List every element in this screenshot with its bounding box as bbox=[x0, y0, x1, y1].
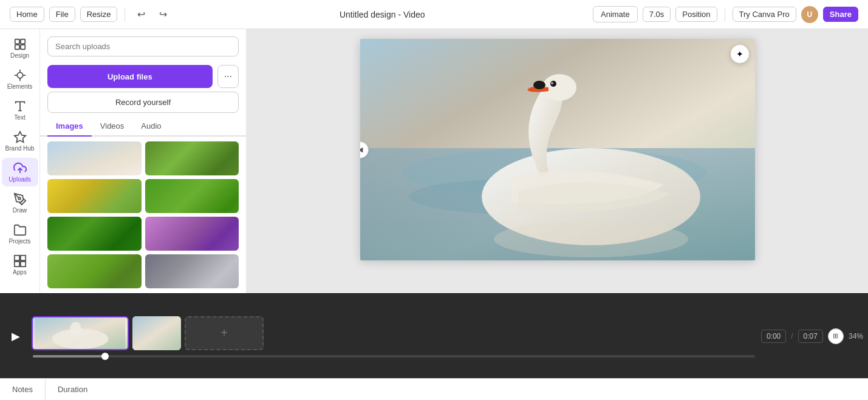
clip-small-svg bbox=[132, 316, 181, 350]
play-button[interactable]: ▶ bbox=[5, 325, 27, 347]
list-item[interactable] bbox=[145, 217, 239, 251]
avatar[interactable]: U bbox=[801, 6, 818, 23]
redo-button[interactable]: ↪ bbox=[154, 6, 171, 23]
svg-rect-1 bbox=[20, 39, 24, 44]
try-pro-button[interactable]: Try Canva Pro bbox=[733, 7, 796, 22]
tab-images[interactable]: Images bbox=[47, 117, 92, 137]
duration-tab[interactable]: Duration bbox=[46, 379, 100, 400]
sidebar-item-brand-hub[interactable]: Brand Hub bbox=[2, 127, 38, 155]
list-item[interactable] bbox=[145, 254, 239, 288]
uploads-icon bbox=[13, 161, 27, 175]
list-item[interactable] bbox=[47, 179, 142, 213]
text-icon bbox=[13, 100, 27, 113]
design-icon bbox=[13, 38, 27, 51]
search-input[interactable] bbox=[47, 36, 239, 56]
list-item[interactable] bbox=[145, 179, 239, 213]
canva-assistant-button[interactable]: ✦ bbox=[731, 45, 749, 63]
upload-more-button[interactable]: ··· bbox=[217, 65, 239, 88]
file-button[interactable]: File bbox=[49, 7, 75, 22]
image-dandelion[interactable] bbox=[47, 179, 142, 213]
tab-videos[interactable]: Videos bbox=[92, 117, 133, 137]
tab-bar: Images Videos Audio bbox=[40, 117, 246, 137]
svg-point-4 bbox=[17, 72, 22, 78]
sidebar-item-elements[interactable]: Elements bbox=[2, 65, 38, 93]
undo-button[interactable]: ↩ bbox=[132, 6, 149, 23]
animate-button[interactable]: Animate bbox=[593, 6, 638, 22]
resize-button[interactable]: Resize bbox=[80, 7, 118, 22]
elements-icon bbox=[13, 69, 27, 82]
scrubber-fill bbox=[33, 355, 105, 358]
timeline-right: 0:00 / 0:07 ⊞ 34% bbox=[761, 328, 863, 344]
topbar: Home File Resize ↩ ↪ Untitled design - V… bbox=[0, 0, 868, 29]
record-yourself-button[interactable]: Record yourself bbox=[47, 92, 239, 113]
svg-point-26 bbox=[551, 82, 553, 84]
time-total: 0:07 bbox=[798, 330, 823, 343]
draw-icon bbox=[13, 192, 27, 206]
brand-icon bbox=[13, 131, 27, 144]
time-display-button[interactable]: 7.0s bbox=[643, 7, 671, 22]
svg-point-30 bbox=[70, 322, 81, 335]
list-item[interactable] bbox=[47, 217, 142, 251]
image-dragonfly[interactable] bbox=[47, 217, 142, 251]
sidebar-item-draw[interactable]: Draw bbox=[2, 189, 38, 217]
time-current: 0:00 bbox=[761, 330, 786, 343]
sidebar-item-label: Projects bbox=[9, 238, 30, 245]
image-leaf[interactable] bbox=[47, 254, 142, 288]
scrubber-handle[interactable] bbox=[101, 353, 109, 360]
image-grasshopper[interactable] bbox=[145, 141, 239, 175]
svg-rect-16 bbox=[14, 262, 19, 266]
svg-marker-11 bbox=[14, 132, 25, 142]
time-separator: / bbox=[791, 332, 793, 341]
image-flower[interactable] bbox=[145, 217, 239, 251]
canvas-frame[interactable]: ✦ ◀ bbox=[360, 39, 755, 260]
svg-rect-0 bbox=[15, 39, 19, 44]
topbar-center: Untitled design - Video bbox=[340, 10, 425, 19]
svg-point-24 bbox=[533, 81, 545, 89]
home-button[interactable]: Home bbox=[10, 7, 44, 22]
canvas-image bbox=[360, 39, 755, 260]
timeline-right-controls: 0:00 / 0:07 ⊞ 34% bbox=[761, 328, 863, 344]
sidebar-item-uploads[interactable]: Uploads bbox=[2, 158, 38, 186]
timeline-controls: ▶ bbox=[0, 294, 868, 378]
hide-pages-button[interactable]: ⊞ bbox=[828, 328, 844, 344]
clip-thumbnail-small[interactable] bbox=[132, 316, 181, 350]
add-clip-button[interactable]: + bbox=[185, 316, 264, 350]
sidebar-item-projects[interactable]: Projects bbox=[2, 220, 38, 248]
clip-thumbnail-main[interactable] bbox=[32, 316, 129, 350]
image-swan[interactable] bbox=[47, 141, 142, 175]
uploads-panel: Upload files ··· Record yourself Images … bbox=[40, 29, 247, 293]
list-item[interactable] bbox=[47, 141, 142, 175]
svg-rect-31 bbox=[132, 316, 181, 350]
sidebar-item-label: Text bbox=[14, 114, 25, 121]
topbar-right: Animate 7.0s Position Try Canva Pro U Sh… bbox=[593, 6, 858, 23]
canvas-svg bbox=[360, 39, 755, 260]
sidebar-item-design[interactable]: Design bbox=[2, 34, 38, 63]
notes-tab[interactable]: Notes bbox=[0, 379, 46, 400]
sidebar-item-text[interactable]: Text bbox=[2, 96, 38, 124]
projects-icon bbox=[13, 223, 27, 237]
sidebar-item-label: Design bbox=[10, 52, 29, 59]
list-item[interactable] bbox=[145, 141, 239, 175]
image-grid bbox=[40, 137, 246, 293]
main-layout: Design Elements Text Brand Hub Uploads D… bbox=[0, 29, 868, 293]
position-button[interactable]: Position bbox=[675, 7, 717, 22]
clip-svg bbox=[33, 317, 128, 349]
sidebar-item-apps[interactable]: Apps bbox=[2, 251, 38, 279]
divider-1 bbox=[125, 7, 125, 22]
list-item[interactable] bbox=[47, 254, 142, 288]
upload-files-button[interactable]: Upload files bbox=[47, 65, 213, 88]
share-button[interactable]: Share bbox=[823, 7, 858, 22]
svg-point-13 bbox=[18, 197, 21, 200]
sidebar-item-label: Draw bbox=[13, 207, 27, 214]
image-city[interactable] bbox=[145, 254, 239, 288]
svg-rect-15 bbox=[20, 256, 25, 260]
svg-rect-17 bbox=[20, 262, 25, 266]
zoom-display: 34% bbox=[849, 332, 863, 341]
canvas-area: ✦ ◀ bbox=[247, 29, 868, 293]
image-dragonfly2[interactable] bbox=[145, 179, 239, 213]
timeline-scrubber[interactable] bbox=[33, 355, 755, 358]
apps-icon bbox=[13, 254, 27, 268]
icon-sidebar: Design Elements Text Brand Hub Uploads D… bbox=[0, 29, 40, 293]
svg-rect-3 bbox=[20, 45, 24, 49]
tab-audio[interactable]: Audio bbox=[132, 117, 169, 137]
